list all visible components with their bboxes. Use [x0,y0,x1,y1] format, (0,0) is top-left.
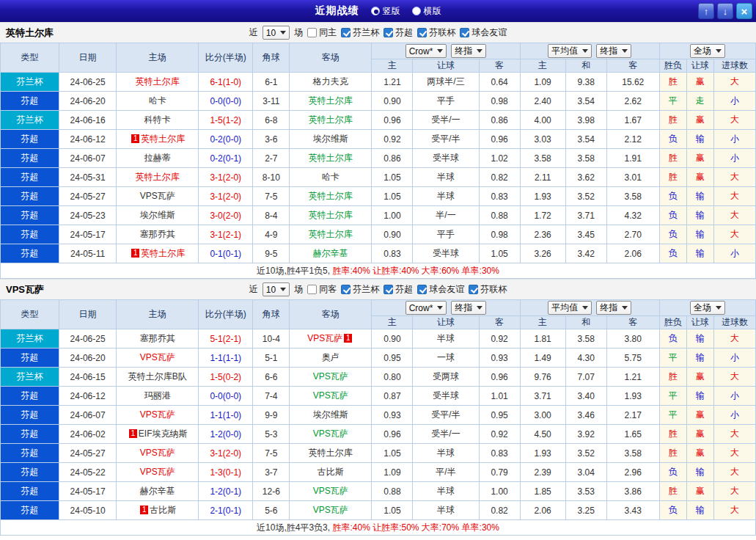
score-link[interactable]: 1-2(0-0) [199,425,253,444]
score-link[interactable]: 0-0(0-0) [199,387,253,406]
league-filter-checkbox[interactable]: 球会友谊 [460,26,507,39]
home-team-link[interactable]: 哈卡 [149,95,166,106]
score-link[interactable]: 0-2(0-0) [199,130,253,149]
away-team-link[interactable]: 埃尔维斯 [313,134,348,144]
layout-radio-vertical[interactable]: 竖版 [371,5,400,18]
away-team-link[interactable]: VPS瓦萨 [313,390,348,401]
away-team-cell: 英特土尔库 [290,92,372,111]
score-link[interactable]: 1-5(1-2) [199,111,253,130]
checkbox-checked-icon [383,285,393,294]
score-link[interactable]: 3-1(2-0) [199,168,253,187]
away-team-link[interactable]: 格力夫克 [313,76,348,87]
result-goals: 大 [713,329,755,349]
asia-stage-select[interactable]: 终指 [451,44,486,58]
away-team-link[interactable]: 英特土尔库 [309,153,353,163]
score-link[interactable]: 3-1(2-1) [199,225,253,244]
score-link[interactable]: 6-1(1-0) [199,73,253,92]
home-team-link[interactable]: 英特土尔库 [141,248,185,258]
score-link[interactable]: 5-1(2-1) [199,329,253,349]
home-team-link[interactable]: VPS瓦萨 [140,467,175,477]
away-team-link[interactable]: VPS瓦萨 [313,428,348,439]
result-scope-select[interactable]: 全场 [690,301,725,315]
match-count-select[interactable]: 10 [263,26,290,40]
same-venue-checkbox[interactable]: 同客 [307,283,337,296]
away-team-link[interactable]: VPS瓦萨 [313,486,348,496]
euro-stage-select[interactable]: 终指 [596,44,631,58]
league-filter-checkbox[interactable]: 芬联杯 [469,283,507,296]
home-team-link[interactable]: 塞那乔其 [140,333,175,343]
result-wdl: 负 [659,130,686,149]
home-team-link[interactable]: 拉赫蒂 [144,153,171,163]
home-team-link[interactable]: 科特卡 [144,114,171,125]
away-team-link[interactable]: 英特土尔库 [309,210,353,220]
away-team-link[interactable]: 英特土尔库 [309,114,353,125]
home-team-link[interactable]: 赫尔辛基 [140,486,175,496]
match-row: 芬超24-06-07VPS瓦萨1-1(1-0)9-9埃尔维斯0.93受平/半0.… [1,406,756,425]
home-team-link[interactable]: 古比斯 [150,505,176,515]
away-team-link[interactable]: 英特土尔库 [309,95,353,106]
away-team-link[interactable]: VPS瓦萨 [313,371,348,382]
move-down-button[interactable]: ↓ [717,3,733,19]
league-filter-checkbox[interactable]: 芬超 [383,283,413,296]
home-team-link[interactable]: 英特土尔库 [136,76,180,87]
score-link[interactable]: 1-1(1-0) [199,406,253,425]
home-team-link[interactable]: 英特土尔库 [136,172,180,182]
away-team-link[interactable]: 英特土尔库 [309,448,353,458]
home-team-link[interactable]: 玛丽港 [144,390,171,401]
asia-bookmaker-select[interactable]: Crow* [405,44,447,58]
score-link[interactable]: 1-1(1-1) [199,349,253,368]
away-team-link[interactable]: 埃尔维斯 [313,409,348,420]
move-up-button[interactable]: ↑ [698,3,714,19]
league-filter-checkbox[interactable]: 芬超 [383,26,413,39]
away-team-link[interactable]: 哈卡 [322,172,340,182]
away-team-link[interactable]: VPS瓦萨 [313,505,348,515]
layout-radio-horizontal[interactable]: 横版 [412,5,441,18]
home-team-link[interactable]: VPS瓦萨 [140,448,175,458]
home-team-link[interactable]: EIF埃克纳斯 [139,428,188,439]
away-team-link[interactable]: 奥卢 [322,352,340,362]
euro-average-select[interactable]: 平均值 [548,301,592,315]
score-link[interactable]: 1-5(0-2) [199,368,253,387]
euro-away-odds: 3.58 [606,187,659,206]
close-button[interactable]: × [736,3,752,19]
home-team-link[interactable]: 英特土尔库B队 [128,371,187,382]
home-team-link[interactable]: 埃尔维斯 [140,210,175,220]
score-link[interactable]: 2-1(0-1) [199,501,253,520]
asia-handicap: 受半球 [413,244,479,263]
away-team-link[interactable]: VPS瓦萨 [307,333,342,343]
away-team-link[interactable]: 英特土尔库 [309,191,353,201]
match-count-select[interactable]: 10 [263,282,290,296]
league-filter-checkbox[interactable]: 球会友谊 [417,283,464,296]
result-handicap: 输 [686,349,713,368]
away-team-link[interactable]: 赫尔辛基 [313,248,348,258]
score-link[interactable]: 3-1(2-0) [199,444,253,463]
same-venue-checkbox[interactable]: 同主 [307,26,337,39]
home-team-link[interactable]: VPS瓦萨 [140,409,175,420]
home-team-link[interactable]: 英特土尔库 [141,134,185,144]
asia-stage-select[interactable]: 终指 [451,301,486,315]
score-link[interactable]: 3-1(2-0) [199,187,253,206]
asia-odds-controls: Crow* 终指 [372,43,520,59]
league-filter-checkbox[interactable]: 芬联杯 [417,26,455,39]
euro-stage-select[interactable]: 终指 [596,301,631,315]
result-handicap: 赢 [686,73,713,92]
asia-bookmaker-select[interactable]: Crow* [405,301,447,315]
home-team-link[interactable]: 塞那乔其 [140,229,175,239]
score-link[interactable]: 0-2(0-1) [199,149,253,168]
league-filter-checkbox[interactable]: 芬兰杯 [341,283,379,296]
away-team-link[interactable]: 古比斯 [318,467,344,477]
home-team-link[interactable]: VPS瓦萨 [140,191,175,201]
score-link[interactable]: 1-2(0-1) [199,482,253,501]
away-team-link[interactable]: 英特土尔库 [309,229,353,239]
euro-away-odds: 2.06 [606,244,659,263]
league-filter-checkbox[interactable]: 芬兰杯 [341,26,379,39]
score-link[interactable]: 1-3(0-1) [199,463,253,482]
away-team-cell: 英特土尔库 [290,111,372,130]
score-link[interactable]: 0-0(0-0) [199,92,253,111]
euro-average-select[interactable]: 平均值 [548,44,592,58]
result-scope-select[interactable]: 全场 [690,44,725,58]
score-link[interactable]: 3-0(2-0) [199,206,253,225]
away-team-cell: 哈卡 [290,168,372,187]
score-link[interactable]: 0-1(0-1) [199,244,253,263]
home-team-link[interactable]: VPS瓦萨 [140,352,175,362]
